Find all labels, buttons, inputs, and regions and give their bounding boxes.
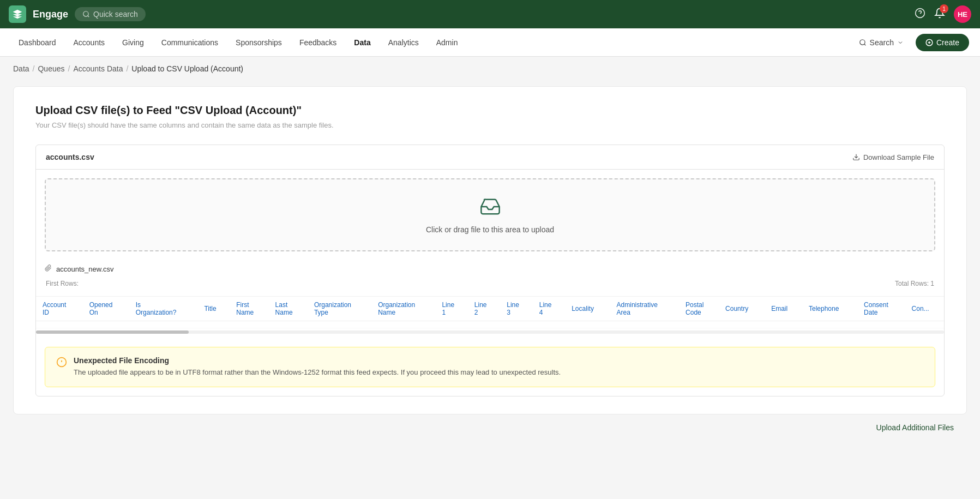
notifications-button[interactable]: 1 — [934, 8, 945, 21]
nav-item-giving[interactable]: Giving — [115, 35, 152, 50]
file-section: accounts.csv Download Sample File Click … — [35, 145, 945, 396]
nav-item-feedbacks[interactable]: Feedbacks — [292, 35, 344, 50]
col-postal-code: PostalCode — [679, 297, 719, 321]
warning-title: Unexpected File Encoding — [74, 356, 561, 365]
breadcrumb-current: Upload to CSV Upload (Account) — [131, 64, 243, 73]
top-bar-right: 1 HE — [915, 5, 971, 23]
col-line2: Line2 — [468, 297, 500, 321]
quick-search-button[interactable]: Quick search — [75, 7, 146, 21]
col-last-name: LastName — [269, 297, 308, 321]
nav-item-admin[interactable]: Admin — [429, 35, 466, 50]
nav-item-sponsorships[interactable]: Sponsorships — [228, 35, 290, 50]
svg-point-0 — [83, 11, 88, 16]
warning-text: The uploaded file appears to be in UTF8 … — [74, 367, 561, 378]
col-is-organization: IsOrganization? — [129, 297, 198, 321]
col-locality: Locality — [565, 297, 610, 321]
inbox-icon — [479, 196, 501, 220]
nav-item-accounts[interactable]: Accounts — [66, 35, 113, 50]
paperclip-icon — [45, 264, 52, 273]
nav-item-communications[interactable]: Communications — [154, 35, 226, 50]
page-footer: Upload Additional Files — [13, 414, 967, 441]
col-country: Country — [719, 297, 765, 321]
nav-item-data[interactable]: Data — [346, 35, 378, 50]
table-info: First Rows: Total Rows: 1 — [36, 280, 944, 296]
table-meta: First Rows: Total Rows: 1 — [45, 280, 935, 287]
file-section-header: accounts.csv Download Sample File — [36, 145, 944, 170]
drop-zone-text: Click or drag file to this area to uploa… — [426, 225, 554, 234]
uploaded-file: accounts_new.csv — [36, 260, 944, 280]
col-title: Title — [197, 297, 230, 321]
col-line4: Line4 — [533, 297, 565, 321]
drop-zone[interactable]: Click or drag file to this area to uploa… — [45, 178, 935, 251]
col-org-name: OrganizationName — [371, 297, 435, 321]
search-button[interactable]: Search — [853, 35, 909, 50]
scrollbar-thumb[interactable] — [36, 330, 189, 334]
col-email: Email — [765, 297, 802, 321]
col-con: Con... — [905, 297, 944, 321]
col-opened-on: OpenedOn — [83, 297, 129, 321]
upload-subtitle: Your CSV file(s) should have the same co… — [35, 121, 945, 129]
breadcrumb-accounts-data[interactable]: Accounts Data — [73, 64, 123, 73]
col-first-name: FirstName — [230, 297, 268, 321]
upload-card: Upload CSV file(s) to Feed "CSV Upload (… — [13, 86, 967, 414]
table-header-row: AccountID OpenedOn IsOrganization? Title… — [36, 297, 944, 321]
breadcrumb-sep-1: / — [33, 64, 35, 73]
table-row — [36, 321, 944, 328]
upload-title: Upload CSV file(s) to Feed "CSV Upload (… — [35, 104, 945, 117]
breadcrumb-queues[interactable]: Queues — [38, 64, 64, 73]
upload-additional-files-link[interactable]: Upload Additional Files — [876, 423, 954, 432]
col-line1: Line1 — [435, 297, 467, 321]
nav-item-analytics[interactable]: Analytics — [381, 35, 426, 50]
page-content: Upload CSV file(s) to Feed "CSV Upload (… — [0, 81, 980, 462]
breadcrumb-data[interactable]: Data — [13, 64, 29, 73]
main-nav: Dashboard Accounts Giving Communications… — [0, 28, 980, 57]
col-telephone: Telephone — [802, 297, 857, 321]
avatar[interactable]: HE — [954, 5, 971, 23]
top-bar: Engage Quick search 1 HE — [0, 0, 980, 28]
svg-line-1 — [88, 16, 89, 17]
warning-box: Unexpected File Encoding The uploaded fi… — [45, 347, 935, 387]
total-rows-label: Total Rows: 1 — [895, 280, 934, 287]
warning-icon — [56, 357, 67, 370]
breadcrumb: Data / Queues / Accounts Data / Upload t… — [0, 57, 980, 81]
col-line3: Line3 — [500, 297, 532, 321]
search-label: Search — [870, 38, 894, 47]
notification-badge: 1 — [940, 4, 948, 13]
nav-item-dashboard[interactable]: Dashboard — [11, 35, 64, 50]
logo-icon[interactable] — [9, 5, 26, 23]
app-name: Engage — [33, 9, 68, 20]
create-label: Create — [936, 38, 959, 47]
horizontal-scrollbar[interactable] — [36, 330, 944, 334]
download-label: Download Sample File — [863, 153, 934, 161]
col-org-type: OrganizationType — [308, 297, 371, 321]
download-sample-button[interactable]: Download Sample File — [852, 153, 934, 161]
quick-search-label: Quick search — [93, 10, 138, 19]
svg-line-5 — [864, 44, 865, 45]
data-table: AccountID OpenedOn IsOrganization? Title… — [36, 297, 944, 328]
col-consent-date: ConsentDate — [857, 297, 905, 321]
uploaded-file-name: accounts_new.csv — [56, 265, 114, 273]
svg-point-4 — [859, 39, 864, 44]
file-name-label: accounts.csv — [46, 153, 94, 161]
help-icon[interactable] — [915, 8, 925, 21]
col-account-id: AccountID — [36, 297, 83, 321]
breadcrumb-sep-2: / — [68, 64, 70, 73]
breadcrumb-sep-3: / — [126, 64, 128, 73]
create-button[interactable]: Create — [916, 34, 969, 51]
nav-right: Search Create — [853, 34, 969, 51]
data-table-wrapper[interactable]: AccountID OpenedOn IsOrganization? Title… — [36, 296, 944, 338]
first-rows-label: First Rows: — [46, 280, 79, 287]
top-bar-left: Engage Quick search — [9, 5, 146, 23]
warning-content: Unexpected File Encoding The uploaded fi… — [74, 356, 561, 378]
nav-items: Dashboard Accounts Giving Communications… — [11, 35, 465, 50]
col-admin-area: AdministrativeArea — [610, 297, 680, 321]
